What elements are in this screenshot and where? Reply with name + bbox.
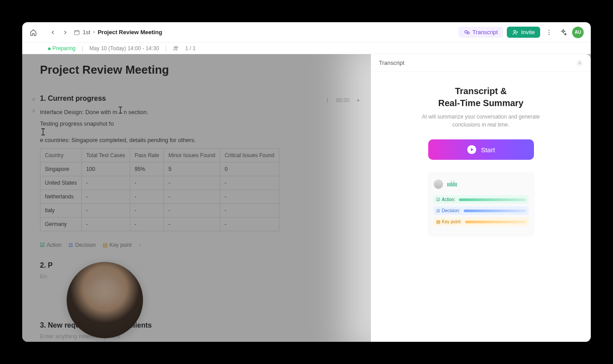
svg-point-10 xyxy=(327,100,328,101)
svg-point-4 xyxy=(549,30,549,31)
breadcrumb: 1st • Project Review Meeting xyxy=(74,29,162,36)
drag-handle-icon[interactable]: ≡ xyxy=(32,107,35,115)
annotation-tags: ☑Action ⚖Decision ▤Key point › xyxy=(40,242,362,248)
meeting-meta-bar: Preparing | May 10 (Today) 14:00 - 14:30… xyxy=(22,43,591,54)
text-line-2[interactable]: Testing progress snapshot foe countries:… xyxy=(40,119,362,145)
start-button[interactable]: Start xyxy=(428,139,534,160)
topbar: 1st • Project Review Meeting Transcript … xyxy=(22,22,591,43)
sparkle-icon[interactable] xyxy=(558,27,569,38)
section-timer: 00:00 xyxy=(336,97,350,103)
section-1: ≡ 1. Current progress 00:00 ≡ Interface … xyxy=(40,95,362,248)
preview-card: ıııİıİıı ☑Action: ⚖Decision: ▤Key point: xyxy=(428,172,534,236)
tag-decision[interactable]: ⚖Decision xyxy=(68,242,96,248)
table-row[interactable]: Germany---- xyxy=(40,217,279,231)
play-circle-icon xyxy=(467,145,477,154)
section-more-icon[interactable] xyxy=(324,97,331,104)
table-header: Minor Issues Found xyxy=(164,148,220,162)
svg-point-5 xyxy=(549,32,549,32)
check-square-icon: ☑ xyxy=(40,242,45,248)
attendee-count: 1 / 1 xyxy=(185,45,195,51)
transcript-icon xyxy=(464,29,470,36)
attendees-icon xyxy=(173,45,179,51)
breadcrumb-separator: • xyxy=(93,29,95,36)
note-icon: ▤ xyxy=(103,242,107,248)
check-square-icon: ☑ xyxy=(436,197,440,202)
progress-table[interactable]: CountryTotal Test CasesPass RateMinor Is… xyxy=(40,148,279,231)
note-icon: ▤ xyxy=(436,219,440,224)
preview-action: ☑Action: xyxy=(434,195,529,204)
transcript-panel: Transcript Transcript &Real-Time Summary… xyxy=(371,54,591,342)
text-cursor-icon xyxy=(40,128,362,136)
invite-label: Invite xyxy=(521,29,535,36)
text-line-1[interactable]: ≡ Interface Design: Done with mn section… xyxy=(40,106,362,117)
home-icon[interactable] xyxy=(29,28,37,36)
panel-header: Transcript xyxy=(371,54,591,72)
back-button[interactable] xyxy=(49,28,57,36)
table-row[interactable]: Italy---- xyxy=(40,203,279,217)
table-header: Country xyxy=(40,148,82,162)
status-preparing: Preparing xyxy=(48,45,76,51)
webcam-bubble[interactable] xyxy=(67,262,143,338)
meeting-datetime: May 10 (Today) 14:00 - 14:30 xyxy=(89,45,159,51)
transcript-label: Transcript xyxy=(473,29,498,36)
preview-keypoint: ▤Key point: xyxy=(434,218,529,226)
forward-button[interactable] xyxy=(61,28,69,36)
preview-decision: ⚖Decision: xyxy=(434,206,529,215)
svg-point-3 xyxy=(513,30,516,32)
panel-subtitle: AI will summarize your conversation and … xyxy=(419,113,543,129)
start-label: Start xyxy=(481,146,495,154)
panel-body: Transcript &Real-Time Summary AI will su… xyxy=(371,72,591,342)
breadcrumb-page[interactable]: Project Review Meeting xyxy=(98,29,162,36)
section-controls: 00:00 xyxy=(324,97,362,104)
tag-keypoint[interactable]: ▤Key point xyxy=(103,242,131,248)
svg-rect-0 xyxy=(75,30,80,34)
svg-point-8 xyxy=(176,46,178,48)
page-title[interactable]: Project Review Meeting xyxy=(40,63,362,77)
calendar-icon xyxy=(74,29,80,36)
table-row[interactable]: Netherlands---- xyxy=(40,190,279,203)
gavel-icon: ⚖ xyxy=(68,242,73,248)
panel-title: Transcript xyxy=(379,59,404,66)
topbar-right: Transcript Invite AU xyxy=(458,27,584,38)
text-cursor-icon xyxy=(117,106,123,114)
table-row[interactable]: United States---- xyxy=(40,176,279,190)
svg-point-11 xyxy=(327,102,328,103)
table-header: Pass Rate xyxy=(130,148,163,162)
section-1-heading[interactable]: 1. Current progress xyxy=(40,95,106,103)
speaker-avatar xyxy=(434,179,443,189)
waveform-icon: ıııİıİıı xyxy=(447,181,457,188)
preview-speaker: ıııİıİıı xyxy=(434,179,529,189)
transcript-button[interactable]: Transcript xyxy=(458,27,503,38)
svg-point-6 xyxy=(549,34,549,35)
svg-point-9 xyxy=(327,99,328,99)
chevron-right-icon[interactable]: › xyxy=(139,242,140,248)
svg-point-2 xyxy=(467,32,469,34)
user-avatar[interactable]: AU xyxy=(572,27,584,38)
more-menu-button[interactable] xyxy=(544,27,554,38)
invite-button[interactable]: Invite xyxy=(507,27,540,38)
app-window: 1st • Project Review Meeting Transcript … xyxy=(22,22,591,342)
table-header: Total Test Cases xyxy=(82,148,130,162)
drag-handle-icon[interactable]: ≡ xyxy=(32,96,35,103)
svg-point-7 xyxy=(174,46,176,48)
gear-icon[interactable] xyxy=(577,60,583,66)
table-header: Critical Issues Found xyxy=(220,148,279,162)
svg-point-12 xyxy=(579,62,581,64)
table-row[interactable]: Singapore10095%50 xyxy=(40,162,279,176)
panel-hero-title: Transcript &Real-Time Summary xyxy=(438,85,524,109)
gavel-icon: ⚖ xyxy=(436,208,440,213)
play-icon[interactable] xyxy=(355,97,362,104)
invite-icon xyxy=(512,29,518,36)
breadcrumb-folder[interactable]: 1st xyxy=(83,29,90,36)
tag-action[interactable]: ☑Action xyxy=(40,242,61,248)
